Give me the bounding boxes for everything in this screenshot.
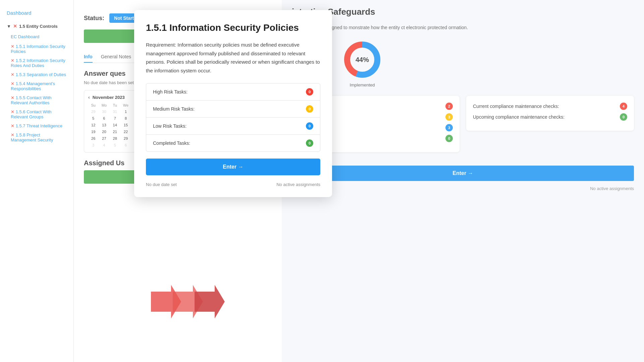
modal-task-medium: Medium Risk Tasks: 0 [146,101,320,118]
modal-task-medium-label: Medium Risk Tasks: [153,106,195,112]
modal-title: 1.5.1 Information Security Policies [146,22,320,34]
modal-footer-left: No due date set [146,182,177,187]
modal-task-low-label: Low Risk Tasks: [153,123,186,129]
modal-footer: No due date set No active assignments [146,182,320,187]
modal-task-high-badge: 0 [306,88,313,96]
modal-tasks-list: High Risk Tasks: 0 Medium Risk Tasks: 0 … [146,83,320,152]
modal-task-high: High Risk Tasks: 0 [146,83,320,101]
modal-task-completed: Completed Tasks: 0 [146,135,320,152]
modal-footer-right: No active assignments [276,182,320,187]
modal-task-medium-badge: 0 [306,105,313,113]
modal-task-completed-badge: 0 [306,139,313,147]
modal-task-low: Low Risk Tasks: 0 [146,118,320,135]
modal-task-completed-label: Completed Tasks: [153,140,190,146]
modal-task-low-badge: 0 [306,122,313,130]
modal-overlay[interactable]: 1.5.1 Information Security Policies Requ… [0,0,644,362]
modal-requirement: Requirement: Information security polici… [146,41,320,75]
modal-enter-button[interactable]: Enter → [146,159,320,175]
modal-task-high-label: High Risk Tasks: [153,89,187,95]
modal-dialog: 1.5.1 Information Security Policies Requ… [134,10,332,197]
